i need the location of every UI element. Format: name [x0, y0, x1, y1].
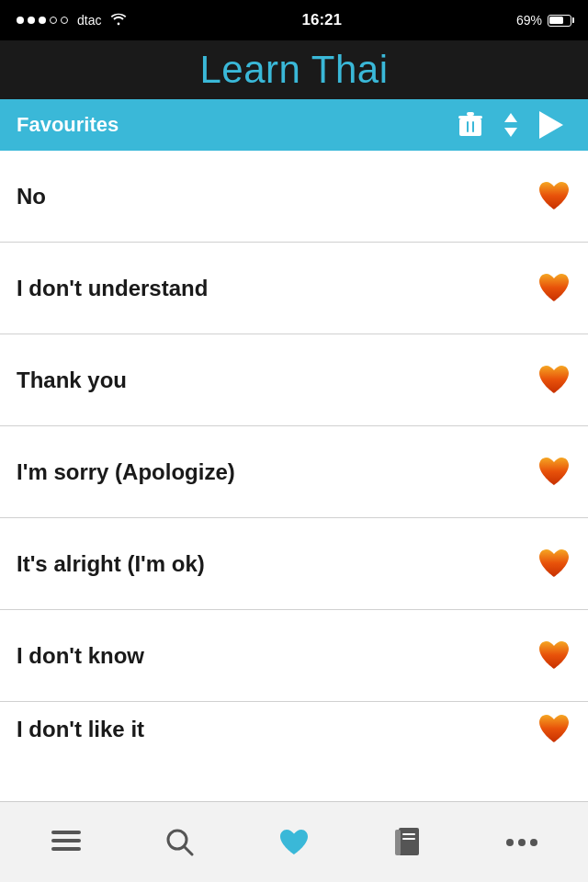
item-text: Thank you [17, 368, 537, 393]
clock: 16:21 [301, 11, 341, 29]
svg-rect-14 [395, 830, 401, 855]
favourite-heart-icon[interactable] [537, 639, 571, 673]
svg-rect-2 [467, 112, 474, 116]
svg-rect-0 [459, 119, 481, 136]
list-item[interactable]: I don't understand [0, 243, 588, 334]
favourite-heart-icon[interactable] [537, 363, 571, 398]
app-title: Learn Thai [199, 48, 388, 92]
item-text: I don't understand [17, 276, 537, 301]
favourite-heart-icon[interactable] [537, 455, 571, 490]
svg-rect-9 [51, 839, 81, 842]
item-text: It's alright (I'm ok) [17, 551, 537, 577]
list-item[interactable]: It's alright (I'm ok) [0, 518, 588, 610]
wifi-icon [110, 13, 127, 28]
list-container: No I don't understand Thank you [0, 151, 588, 757]
svg-rect-16 [402, 838, 415, 840]
signal-dot-4 [50, 17, 57, 24]
status-right: 69% [516, 13, 571, 28]
status-left: dtac [17, 13, 127, 28]
tab-favourites[interactable] [237, 802, 351, 882]
svg-rect-15 [402, 833, 415, 835]
heart-tab-icon [278, 828, 310, 857]
favourite-heart-icon[interactable] [537, 179, 571, 214]
svg-point-17 [506, 839, 514, 846]
search-icon [166, 829, 194, 856]
signal-dot-5 [61, 17, 68, 24]
tab-more[interactable] [465, 802, 579, 882]
trash-button[interactable] [450, 105, 491, 145]
svg-line-12 [184, 846, 192, 854]
favourite-heart-icon[interactable] [537, 271, 571, 306]
svg-rect-3 [467, 121, 469, 132]
signal-dots [17, 17, 68, 24]
tab-list[interactable] [9, 802, 123, 882]
list-item[interactable]: I don't know [0, 610, 588, 702]
more-icon [505, 838, 538, 847]
battery-percent: 69% [516, 13, 542, 28]
svg-point-18 [518, 839, 526, 846]
svg-rect-8 [51, 831, 81, 834]
item-text: No [17, 184, 537, 209]
sort-button[interactable] [491, 105, 531, 145]
carrier-label: dtac [77, 13, 101, 28]
list-icon [51, 831, 81, 854]
signal-dot-3 [39, 17, 46, 24]
svg-marker-7 [539, 111, 563, 139]
book-icon [395, 828, 421, 857]
favourites-label: Favourites [17, 113, 450, 137]
list-item[interactable]: No [0, 151, 588, 243]
tab-bar [0, 801, 588, 882]
battery-icon [548, 15, 571, 27]
status-bar: dtac 16:21 69% [0, 0, 588, 40]
list-item[interactable]: I don't like it [0, 702, 588, 757]
item-text: I don't like it [17, 717, 537, 742]
item-text: I don't know [17, 643, 537, 669]
svg-rect-4 [472, 121, 474, 132]
favourite-heart-icon[interactable] [537, 547, 571, 582]
svg-marker-5 [504, 113, 517, 122]
svg-rect-10 [51, 847, 81, 851]
favourite-heart-icon[interactable] [537, 712, 571, 747]
item-text: I'm sorry (Apologize) [17, 459, 537, 485]
list-item[interactable]: I'm sorry (Apologize) [0, 426, 588, 518]
signal-dot-2 [28, 17, 35, 24]
app-header: Learn Thai [0, 40, 588, 99]
tab-book[interactable] [351, 802, 465, 882]
tab-search[interactable] [123, 802, 237, 882]
svg-rect-13 [399, 828, 419, 855]
svg-rect-1 [458, 116, 482, 119]
favourites-bar: Favourites [0, 99, 588, 151]
signal-dot-1 [17, 17, 24, 24]
svg-marker-6 [504, 128, 517, 137]
play-button[interactable] [531, 105, 571, 145]
svg-point-19 [530, 839, 537, 846]
list-item[interactable]: Thank you [0, 334, 588, 426]
